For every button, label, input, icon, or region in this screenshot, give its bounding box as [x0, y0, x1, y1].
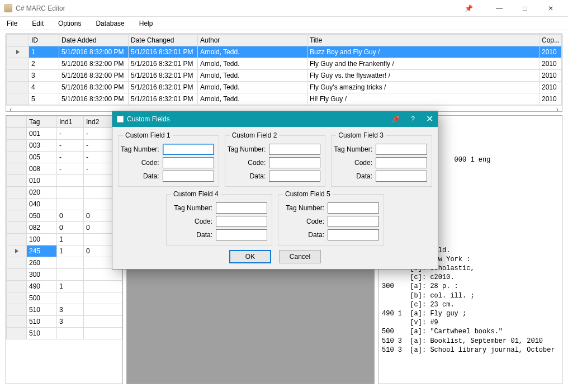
maximize-button[interactable]: □	[512, 1, 538, 16]
cell-id[interactable]: 2	[29, 58, 59, 70]
table-row[interactable]: 040	[7, 199, 122, 210]
cell-ind1[interactable]	[57, 328, 84, 339]
cell-ind1[interactable]: 1	[57, 245, 84, 257]
cell-date-changed[interactable]: 5/1/2016 8:32:01 PM	[129, 93, 198, 105]
cell-ind1[interactable]: 3	[57, 316, 84, 328]
row-selector[interactable]	[7, 199, 27, 210]
cell-tag[interactable]: 500	[27, 292, 57, 304]
col-date-added[interactable]: Date Added	[59, 35, 129, 46]
dialog-pin-icon[interactable]: 📌	[391, 115, 400, 123]
col-copyright[interactable]: Cop...	[539, 35, 562, 46]
scroll-left-icon[interactable]: ‹	[6, 106, 15, 114]
col-ind1[interactable]: Ind1	[57, 116, 84, 128]
menu-help[interactable]: Help	[138, 18, 154, 29]
cell-tag[interactable]: 100	[27, 234, 57, 245]
row-selector[interactable]	[7, 316, 27, 328]
minimize-button[interactable]: —	[486, 1, 512, 16]
cell-title[interactable]: Fly Guy vs. the flyswatter! /	[307, 70, 539, 82]
table-row[interactable]: 008--	[7, 163, 122, 175]
row-selector[interactable]	[7, 70, 29, 82]
cf2-tag-input[interactable]	[269, 144, 320, 155]
menu-options[interactable]: Options	[57, 18, 82, 29]
table-row[interactable]: 300	[7, 269, 122, 281]
cell-tag[interactable]: 082	[27, 222, 57, 234]
cell-title[interactable]: Fly Guy and the Frankenfly /	[307, 58, 539, 70]
cf3-code-input[interactable]	[376, 157, 427, 168]
dialog-titlebar[interactable]: Custom Fields 📌 ? ✕	[112, 111, 438, 127]
table-row[interactable]: 1001	[7, 234, 122, 245]
table-row[interactable]: 510	[7, 328, 122, 339]
cell-tag[interactable]: 510	[27, 304, 57, 316]
cell-tag[interactable]: 510	[27, 328, 57, 339]
row-selector[interactable]	[7, 187, 27, 199]
table-row[interactable]: 45/1/2016 8:32:00 PM5/1/2016 8:32:01 PMA…	[7, 82, 562, 93]
row-selector[interactable]	[7, 128, 27, 140]
cf3-data-input[interactable]	[376, 171, 427, 182]
col-tag[interactable]: Tag	[27, 116, 57, 128]
row-selector[interactable]	[7, 58, 29, 70]
table-row[interactable]: 5103	[7, 304, 122, 316]
cancel-button[interactable]: Cancel	[279, 250, 321, 263]
cell-copyright[interactable]: 2010	[539, 58, 562, 70]
cell-id[interactable]: 4	[29, 82, 59, 93]
cell-tag[interactable]: 260	[27, 257, 57, 269]
row-selector[interactable]	[7, 46, 29, 58]
cell-ind1[interactable]: 1	[57, 234, 84, 245]
dialog-help-icon[interactable]: ?	[411, 115, 415, 123]
cell-tag[interactable]: 490	[27, 281, 57, 292]
table-row[interactable]: 010	[7, 175, 122, 187]
cell-title[interactable]: Hi! Fly Guy /	[307, 93, 539, 105]
cell-author[interactable]: Arnold, Tedd.	[198, 70, 307, 82]
cell-ind1[interactable]	[57, 187, 84, 199]
cell-author[interactable]: Arnold, Tedd.	[198, 82, 307, 93]
row-selector[interactable]	[7, 328, 27, 339]
menu-edit[interactable]: Edit	[31, 18, 45, 29]
cell-date-changed[interactable]: 5/1/2016 8:32:01 PM	[129, 58, 198, 70]
cell-ind1[interactable]: -	[57, 163, 84, 175]
row-selector[interactable]	[7, 292, 27, 304]
cell-ind1[interactable]	[57, 199, 84, 210]
cell-date-changed[interactable]: 5/1/2016 8:32:01 PM	[129, 46, 198, 58]
row-selector[interactable]	[7, 222, 27, 234]
scroll-right-icon[interactable]: ›	[553, 106, 562, 114]
col-id[interactable]: ID	[29, 35, 59, 46]
table-row[interactable]: 24510	[7, 245, 122, 257]
cell-copyright[interactable]: 2010	[539, 82, 562, 93]
cell-copyright[interactable]: 2010	[539, 70, 562, 82]
col-author[interactable]: Author	[198, 35, 307, 46]
row-selector[interactable]	[7, 140, 27, 152]
cell-ind2[interactable]	[84, 316, 122, 328]
cell-ind1[interactable]	[57, 175, 84, 187]
cf3-tag-input[interactable]	[376, 144, 427, 155]
cf4-code-input[interactable]	[216, 216, 267, 227]
cell-id[interactable]: 5	[29, 93, 59, 105]
table-row[interactable]: 4901	[7, 281, 122, 292]
col-title[interactable]: Title	[307, 35, 539, 46]
menu-file[interactable]: File	[6, 18, 18, 29]
tags-grid[interactable]: Tag Ind1 Ind2 001--003--005--008--010020…	[6, 115, 123, 384]
row-selector[interactable]	[7, 175, 27, 187]
cell-ind2[interactable]	[84, 292, 122, 304]
cell-tag[interactable]: 008	[27, 163, 57, 175]
table-row[interactable]: 020	[7, 187, 122, 199]
cell-tag[interactable]: 003	[27, 140, 57, 152]
table-row[interactable]: 55/1/2016 8:32:00 PM5/1/2016 8:32:01 PMA…	[7, 93, 562, 105]
cell-ind1[interactable]: 1	[57, 281, 84, 292]
cell-author[interactable]: Arnold, Tedd.	[198, 46, 307, 58]
cell-copyright[interactable]: 2010	[539, 46, 562, 58]
cell-date-added[interactable]: 5/1/2016 8:32:00 PM	[59, 46, 129, 58]
cell-tag[interactable]: 040	[27, 199, 57, 210]
table-row[interactable]: 5103	[7, 316, 122, 328]
cell-ind2[interactable]	[84, 269, 122, 281]
cell-ind1[interactable]: 3	[57, 304, 84, 316]
cf1-tag-input[interactable]	[163, 144, 214, 155]
cf4-data-input[interactable]	[216, 229, 267, 240]
row-selector[interactable]	[7, 234, 27, 245]
cell-ind2[interactable]	[84, 328, 122, 339]
table-row[interactable]: 500	[7, 292, 122, 304]
cell-id[interactable]: 1	[29, 46, 59, 58]
cell-tag[interactable]: 020	[27, 187, 57, 199]
cell-tag[interactable]: 300	[27, 269, 57, 281]
ok-button[interactable]: OK	[229, 250, 271, 263]
pin-icon[interactable]: 📌	[465, 4, 473, 12]
